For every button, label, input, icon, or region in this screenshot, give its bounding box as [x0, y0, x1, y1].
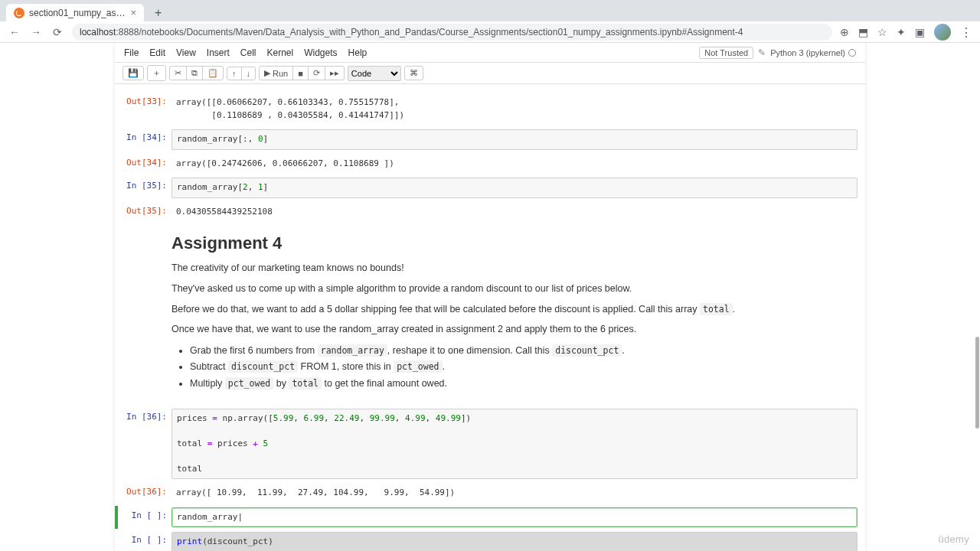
jupyter-toolbar: 💾 ＋ ✂ ⧉ 📋 ↑ ↓ ▶ Run ■ ⟳ ▸▸ Code ⌘: [115, 63, 865, 84]
list-item: Grab the first 6 numbers from random_arr…: [190, 343, 856, 359]
out-prompt: Out[34]:: [122, 155, 172, 168]
menu-insert[interactable]: Insert: [207, 47, 230, 58]
output-cell: Out[33]: array([[0.06066207, 0.66103343,…: [115, 92, 865, 126]
move-up-button[interactable]: ↑: [227, 67, 242, 80]
menu-cell[interactable]: Cell: [240, 47, 256, 58]
code-cell[interactable]: In [34]: random_array[:, 0]: [115, 128, 865, 152]
kernel-name: Python 3 (ipykernel): [770, 48, 845, 57]
md-paragraph: Before we do that, we want to add a 5 do…: [172, 302, 856, 317]
reload-button[interactable]: ⟳: [51, 26, 64, 38]
command-palette-button[interactable]: ⌘: [405, 67, 423, 80]
zoom-icon[interactable]: ⊕: [840, 26, 849, 38]
markdown-cell[interactable]: Assignment 4 The creativity of our marke…: [115, 227, 865, 403]
code-cell[interactable]: In [35]: random_array[2, 1]: [115, 176, 865, 200]
address-row: ← → ⟳ localhost:8888/notebooks/Documents…: [0, 21, 980, 43]
list-item: Multiply pct_owed by total to get the fi…: [190, 376, 856, 392]
output-cell: Out[34]: array([0.24742606, 0.06066207, …: [115, 153, 865, 175]
assignment-4-heading: Assignment 4: [172, 233, 856, 253]
code-cell-selected[interactable]: In [ ]: random_array|: [115, 506, 865, 530]
menu-widgets[interactable]: Widgets: [304, 47, 337, 58]
menu-file[interactable]: File: [124, 47, 139, 58]
md-paragraph: The creativity of our marketing team kno…: [172, 261, 856, 276]
out-prompt: Out[35]:: [122, 203, 172, 216]
restart-run-all-button[interactable]: ▸▸: [325, 67, 344, 80]
output-cell: Out[36]: array([ 10.99, 11.99, 27.49, 10…: [115, 482, 865, 504]
kernel-indicator[interactable]: Python 3 (ipykernel): [770, 48, 856, 57]
tab-title: section01_numpy_assignment: [29, 8, 126, 18]
output-text: array([0.24742606, 0.06066207, 0.1108689…: [172, 155, 858, 174]
bookmark-icon[interactable]: ☆: [877, 26, 887, 38]
panel-icon[interactable]: ▣: [915, 26, 925, 38]
run-button[interactable]: ▶ Run: [260, 67, 293, 80]
code-input[interactable]: random_array[2, 1]: [172, 178, 858, 198]
menu-edit[interactable]: Edit: [149, 47, 165, 58]
scrollbar[interactable]: [975, 337, 979, 429]
in-prompt: In [ ]:: [122, 532, 172, 545]
tab-bar: section01_numpy_assignment × +: [0, 0, 980, 21]
menu-kernel[interactable]: Kernel: [267, 47, 294, 58]
url-text: localhost:8888/notebooks/Documents/Maven…: [80, 27, 743, 37]
in-prompt: In [ ]:: [122, 507, 172, 520]
cut-button[interactable]: ✂: [170, 67, 187, 80]
new-tab-button[interactable]: +: [150, 5, 166, 21]
notebook-page: File Edit View Insert Cell Kernel Widget…: [0, 43, 980, 551]
output-text: 0.04305584439252108: [172, 203, 858, 222]
menu-help[interactable]: Help: [348, 47, 368, 58]
notebook-container: File Edit View Insert Cell Kernel Widget…: [115, 43, 865, 551]
out-prompt: Out[36]:: [122, 484, 172, 497]
jupyter-icon: [14, 8, 24, 18]
watermark: ûdemy: [938, 533, 969, 545]
pencil-icon[interactable]: ✎: [758, 47, 766, 58]
browser-tab[interactable]: section01_numpy_assignment ×: [6, 4, 144, 21]
code-cell[interactable]: In [36]: prices = np.array([5.99, 6.99, …: [115, 407, 865, 481]
list-item: Subtract discount_pct FROM 1, store this…: [190, 359, 856, 375]
url-bar[interactable]: localhost:8888/notebooks/Documents/Maven…: [72, 24, 832, 41]
code-input[interactable]: print(discount_pct) print(pct_owed) prin…: [172, 532, 858, 551]
not-trusted-button[interactable]: Not Trusted: [699, 47, 753, 59]
code-input[interactable]: prices = np.array([5.99, 6.99, 22.49, 99…: [172, 409, 858, 480]
cell-type-select[interactable]: Code: [348, 66, 401, 81]
extensions-icon[interactable]: ✦: [897, 26, 906, 38]
close-icon[interactable]: ×: [130, 7, 136, 18]
back-button[interactable]: ←: [8, 26, 21, 38]
in-prompt: In [34]:: [122, 129, 172, 142]
browser-right-icons: ⊕ ⬒ ☆ ✦ ▣ ⋮: [840, 24, 972, 41]
out-prompt: Out[33]:: [122, 93, 172, 106]
in-prompt: In [36]:: [122, 409, 172, 422]
code-input[interactable]: random_array|: [172, 507, 858, 528]
browser-chrome: section01_numpy_assignment × + ← → ⟳ loc…: [0, 0, 980, 43]
kernel-idle-icon: [848, 49, 856, 57]
insert-cell-button[interactable]: ＋: [148, 66, 165, 80]
restart-button[interactable]: ⟳: [309, 67, 325, 80]
md-paragraph: They've asked us to come up with a simpl…: [172, 282, 856, 296]
md-paragraph: Once we have that, we want to use the ra…: [172, 322, 856, 337]
install-icon[interactable]: ⬒: [858, 26, 868, 38]
output-text: array([ 10.99, 11.99, 27.49, 104.99, 9.9…: [172, 484, 858, 503]
kebab-icon[interactable]: ⋮: [960, 25, 972, 40]
code-cell[interactable]: In [ ]: print(discount_pct) print(pct_ow…: [115, 530, 865, 551]
md-list: Grab the first 6 numbers from random_arr…: [190, 343, 856, 392]
paste-button[interactable]: 📋: [203, 67, 223, 80]
output-text: array([[0.06066207, 0.66103343, 0.755157…: [172, 93, 858, 125]
forward-button[interactable]: →: [29, 26, 43, 38]
copy-button[interactable]: ⧉: [187, 67, 203, 80]
in-prompt: In [35]:: [122, 178, 172, 191]
jupyter-menu-bar: File Edit View Insert Cell Kernel Widget…: [115, 43, 865, 63]
save-button[interactable]: 💾: [123, 67, 143, 80]
output-cell: Out[35]: 0.04305584439252108: [115, 201, 865, 223]
code-input[interactable]: random_array[:, 0]: [172, 129, 858, 150]
cells-area: Out[33]: array([[0.06066207, 0.66103343,…: [115, 84, 865, 551]
move-down-button[interactable]: ↓: [242, 67, 256, 80]
menu-view[interactable]: View: [176, 47, 196, 58]
interrupt-button[interactable]: ■: [293, 67, 309, 80]
avatar[interactable]: [934, 24, 951, 41]
